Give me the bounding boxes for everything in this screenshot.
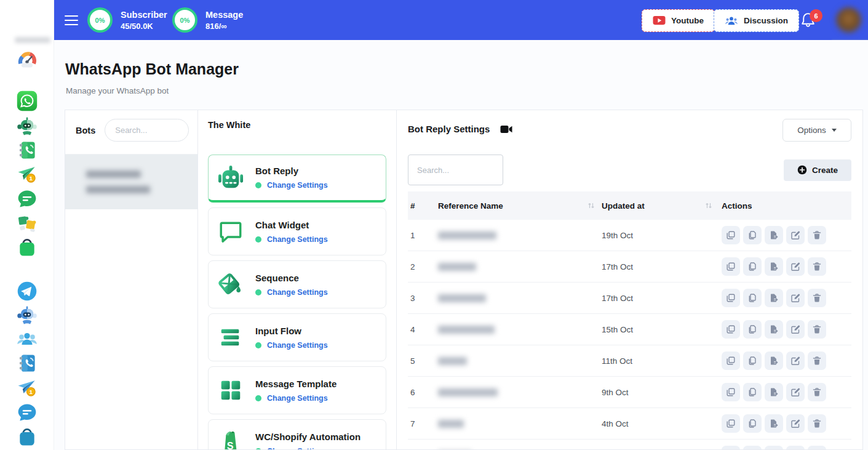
copy-action-button[interactable] xyxy=(743,446,762,450)
whatsapp-icon[interactable] xyxy=(16,90,38,112)
delete-action-button[interactable] xyxy=(808,257,826,276)
telegram-contacts-icon[interactable] xyxy=(16,352,38,374)
create-button[interactable]: Create xyxy=(784,159,851,181)
edit-action-button[interactable] xyxy=(786,446,805,450)
edit-action-button[interactable] xyxy=(786,320,805,339)
row-number: 3 xyxy=(410,294,438,303)
bot-list-item-selected[interactable] xyxy=(65,154,197,209)
user-avatar[interactable] xyxy=(836,7,861,33)
change-settings-link[interactable]: Change Settings xyxy=(255,181,328,190)
export-action-button[interactable] xyxy=(765,320,783,339)
export-action-button[interactable] xyxy=(765,352,783,370)
copy-action-button[interactable] xyxy=(743,414,762,433)
copy-action-button[interactable] xyxy=(743,320,762,339)
telegram-bot-icon[interactable] xyxy=(16,304,38,326)
shopify-icon: S xyxy=(218,430,244,450)
copy-action-button[interactable] xyxy=(743,383,762,401)
clone-action-button[interactable] xyxy=(722,289,740,307)
delete-icon xyxy=(812,293,822,303)
change-settings-link[interactable]: Change Settings xyxy=(255,235,328,244)
whatsapp-store-icon[interactable] xyxy=(16,236,38,259)
notification-count-badge: 6 xyxy=(810,9,822,22)
clone-action-button[interactable] xyxy=(722,383,740,401)
delete-action-button[interactable] xyxy=(808,226,826,244)
integrations-icon[interactable] xyxy=(16,212,38,234)
copy-action-button[interactable] xyxy=(743,226,762,244)
settings-card-input-flow[interactable]: Input FlowChange Settings xyxy=(208,313,386,361)
table-search-input[interactable] xyxy=(408,155,503,185)
delete-action-button[interactable] xyxy=(808,446,826,450)
whatsapp-bot-icon[interactable] xyxy=(16,115,38,137)
delete-action-button[interactable] xyxy=(808,289,826,307)
telegram-icon[interactable] xyxy=(16,280,38,302)
edit-action-button[interactable] xyxy=(786,257,805,276)
youtube-button[interactable]: Youtube xyxy=(642,9,715,32)
export-action-button[interactable] xyxy=(765,383,783,401)
status-dot xyxy=(255,342,261,348)
clone-action-button[interactable] xyxy=(722,446,740,450)
edit-action-button[interactable] xyxy=(786,226,805,244)
settings-card-chat-widget[interactable]: Chat WidgetChange Settings xyxy=(208,207,386,255)
change-settings-link[interactable]: Change Settings xyxy=(255,394,336,403)
export-action-button[interactable] xyxy=(765,289,783,307)
bot-settings-column: The White Bot ReplyChange SettingsChat W… xyxy=(198,110,397,449)
delete-action-button[interactable] xyxy=(808,414,826,433)
copy-action-button[interactable] xyxy=(743,257,762,276)
export-action-button[interactable] xyxy=(765,446,783,450)
edit-action-button[interactable] xyxy=(786,289,805,307)
delete-action-button[interactable] xyxy=(808,383,826,401)
telegram-chat-icon[interactable] xyxy=(16,401,38,424)
change-settings-label: Change Settings xyxy=(267,447,328,450)
options-button-label: Options xyxy=(797,126,826,135)
copy-action-button[interactable] xyxy=(743,352,762,370)
copy-action-button[interactable] xyxy=(743,289,762,307)
options-button[interactable]: Options xyxy=(782,119,851,142)
settings-card-message-template[interactable]: Message TemplateChange Settings xyxy=(208,366,386,414)
svg-text:1: 1 xyxy=(30,175,33,182)
clone-action-button[interactable] xyxy=(722,257,740,276)
change-settings-link[interactable]: Change Settings xyxy=(255,341,328,350)
delete-action-button[interactable] xyxy=(808,320,826,339)
whatsapp-contacts-icon[interactable] xyxy=(16,139,38,161)
clone-action-button[interactable] xyxy=(722,320,740,339)
whatsapp-chat-icon[interactable] xyxy=(16,188,38,210)
edit-action-button[interactable] xyxy=(786,383,805,401)
settings-card-wc-shopify-automation[interactable]: SWC/Shopify AutomationChange Settings xyxy=(208,419,386,450)
edit-action-button[interactable] xyxy=(786,414,805,433)
subscriber-stat: 0% Subscriber 45/50.0K xyxy=(87,7,167,33)
status-dot xyxy=(255,182,261,188)
settings-card-bot-reply[interactable]: Bot ReplyChange Settings xyxy=(208,155,386,203)
sort-icon[interactable] xyxy=(704,201,713,210)
column-actions: Actions xyxy=(722,201,851,211)
table-row xyxy=(408,440,851,450)
bots-column: Bots xyxy=(65,110,198,449)
export-action-button[interactable] xyxy=(765,414,783,433)
video-camera-icon[interactable] xyxy=(500,125,512,134)
export-action-button[interactable] xyxy=(765,226,783,244)
clone-action-button[interactable] xyxy=(722,352,740,370)
clone-icon xyxy=(726,387,736,397)
change-settings-link[interactable]: Change Settings xyxy=(255,447,360,450)
telegram-group-icon[interactable] xyxy=(16,328,38,350)
change-settings-link[interactable]: Change Settings xyxy=(255,288,328,297)
clone-action-button[interactable] xyxy=(722,226,740,244)
table-header: # Reference Name Updated at Actions xyxy=(408,191,851,220)
edit-icon xyxy=(790,356,800,366)
card-title: Sequence xyxy=(255,273,328,283)
discussion-button[interactable]: Discussion xyxy=(714,9,799,32)
hamburger-menu-icon[interactable] xyxy=(65,15,78,28)
edit-action-button[interactable] xyxy=(786,352,805,370)
delete-action-button[interactable] xyxy=(808,352,826,370)
bots-search-input[interactable] xyxy=(105,119,189,142)
export-action-button[interactable] xyxy=(765,257,783,276)
row-number: 6 xyxy=(410,388,438,397)
whatsapp-broadcast-icon[interactable]: 1 xyxy=(16,163,38,185)
edit-icon xyxy=(790,230,800,240)
clone-action-button[interactable] xyxy=(722,414,740,433)
row-updated-at: 17th Oct xyxy=(602,262,722,271)
sort-icon[interactable] xyxy=(587,201,595,210)
settings-card-sequence[interactable]: SequenceChange Settings xyxy=(208,260,386,308)
telegram-broadcast-icon[interactable]: 1 xyxy=(16,377,38,399)
dashboard-gauge-icon[interactable] xyxy=(16,49,38,71)
telegram-store-icon[interactable] xyxy=(16,426,38,448)
